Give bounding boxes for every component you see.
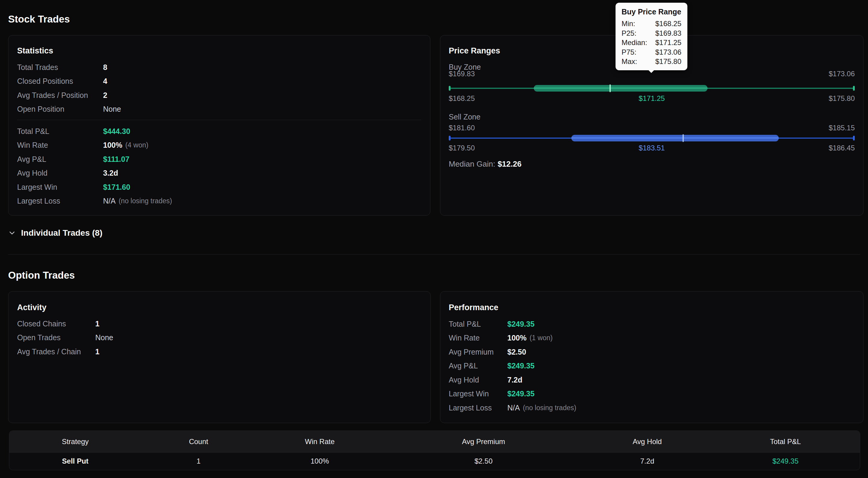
stat-label: Avg Premium [449,348,507,356]
tooltip-label: P25: [622,29,636,38]
table-row: Sell Put 1 100% $2.50 7.2d $249.35 [9,452,860,470]
cell-win-rate: 100% [256,457,384,466]
activity-card-title: Activity [17,302,46,313]
stat-value: 1 [95,319,99,328]
stat-row-opt-win-rate: Win Rate 100% (1 won) [449,331,855,345]
buy-min-label: $168.25 [449,95,475,102]
tooltip-label: P75: [622,47,636,57]
tooltip-title: Buy Price Range [622,7,681,16]
stat-row-total-trades: Total Trades 8 [17,60,422,74]
sell-p25-label: $181.60 [449,124,475,132]
stat-row-avg-premium: Avg Premium $2.50 [449,345,855,359]
sell-median-tick [683,134,684,142]
sell-range-slider[interactable] [449,133,855,143]
buy-range-slider[interactable] [449,83,855,93]
tooltip-row-max: Max: $175.80 [622,57,681,66]
sell-iqr-box [571,135,779,141]
stat-label: Avg P&L [449,362,507,370]
stat-row-open-trades: Open Trades None [17,331,422,345]
tooltip-row-p75: P75: $173.06 [622,47,681,57]
strategy-summary-table: Strategy Count Win Rate Avg Premium Avg … [9,431,860,470]
stat-label: Closed Positions [17,77,103,86]
stat-label: Avg Trades / Position [17,91,103,100]
stat-value: $2.50 [507,348,526,356]
stat-label: Avg Trades / Chain [17,347,95,356]
stat-row-win-rate: Win Rate 100% (4 won) [17,138,422,152]
buy-max-label: $175.80 [829,95,855,102]
stat-value: $249.35 [507,320,534,329]
sell-min-endcap [449,136,451,140]
tooltip-pointer [648,70,654,73]
stat-row-opt-avg-pl: Avg P&L $249.35 [449,359,855,373]
statistics-bottom-rows: Total P&L $444.30 Win Rate 100% (4 won) … [17,124,422,208]
stat-value: 100% [103,141,122,149]
tooltip-value: $169.83 [655,29,681,38]
stat-value: $249.35 [507,362,534,370]
stat-value: 8 [103,63,107,72]
cell-strategy: Sell Put [9,457,141,466]
stat-value: $111.07 [103,155,129,164]
stat-label: Closed Chains [17,319,95,328]
median-gain: Median Gain:$12.26 [449,160,522,168]
stat-row-largest-win: Largest Win $171.60 [17,180,422,194]
buy-p25-label: $169.83 [449,70,475,77]
stat-label: Win Rate [449,334,507,342]
stat-row-largest-loss: Largest Loss N/A (no losing trades) [17,194,422,208]
stat-row-avg-hold: Avg Hold 3.2d [17,166,422,180]
stock-trades-title: Stock Trades [8,13,70,25]
cell-total-pl: $249.35 [711,457,860,466]
sell-median-label: $183.51 [639,144,665,151]
tooltip-row-p25: P25: $169.83 [622,29,681,38]
individual-trades-toggle[interactable]: Individual Trades (8) [8,226,102,240]
option-activity-card: Activity Closed Chains 1 Open Trades Non… [8,291,431,423]
stat-row-closed-chains: Closed Chains 1 [17,317,422,331]
trades-dashboard: Stock Trades Statistics Total Trades 8 C… [0,0,868,478]
stat-value: 1 [95,347,99,356]
buy-median-label: $171.25 [639,95,665,102]
sell-zone-minmax-labels: $179.50 $183.51 $186.45 [449,144,855,151]
option-performance-card: Performance Total P&L $249.35 Win Rate 1… [440,291,864,423]
tooltip-label: Min: [622,19,635,29]
individual-trades-label: Individual Trades (8) [21,228,102,238]
stat-row-opt-total-pl: Total P&L $249.35 [449,317,855,331]
tooltip-value: $171.25 [655,38,681,47]
activity-rows: Closed Chains 1 Open Trades None Avg Tra… [17,317,422,359]
stat-label: Largest Win [449,389,507,398]
buy-price-range-tooltip: Buy Price Range Min: $168.25 P25: $169.8… [616,3,687,70]
stat-label: Largest Loss [17,197,103,205]
section-divider [8,254,860,254]
stat-row-closed-positions: Closed Positions 4 [17,74,422,89]
stat-row-avg-pl: Avg P&L $111.07 [17,152,422,166]
stat-label: Avg P&L [17,155,103,164]
buy-p75-label: $173.06 [829,70,855,77]
stat-label: Total P&L [17,127,103,136]
stat-row-open-position: Open Position None [17,102,422,116]
tooltip-row-median: Median: $171.25 [622,38,681,47]
stat-value: N/A [103,197,116,205]
stat-label: Win Rate [17,141,103,149]
stock-statistics-card: Statistics Total Trades 8 Closed Positio… [8,35,430,215]
sell-p75-label: $185.15 [829,124,855,132]
cell-count: 1 [141,457,256,466]
stat-label: Largest Win [17,183,103,192]
stat-value: $171.60 [103,183,130,192]
tooltip-row-min: Min: $168.25 [622,19,681,29]
price-ranges-card-title: Price Ranges [449,46,500,56]
sell-min-label: $179.50 [449,144,475,151]
stat-value: 4 [103,77,107,86]
cell-avg-hold: 7.2d [583,457,711,466]
stat-value: None [95,333,113,342]
stat-label: Total Trades [17,63,103,72]
buy-median-tick [610,84,611,92]
sell-zone-label: Sell Zone [449,113,480,121]
sell-max-label: $186.45 [829,144,855,151]
stat-row-avg-trades-chain: Avg Trades / Chain 1 [17,345,422,359]
statistics-card-title: Statistics [17,46,53,56]
table-header-row: Strategy Count Win Rate Avg Premium Avg … [9,431,860,452]
stat-value: N/A [507,404,520,412]
stat-label: Total P&L [449,320,507,329]
stat-suffix: (no losing trades) [119,197,172,205]
tooltip-value: $168.25 [655,19,681,29]
stat-value: $249.35 [507,389,534,398]
col-header-strategy: Strategy [9,438,141,446]
